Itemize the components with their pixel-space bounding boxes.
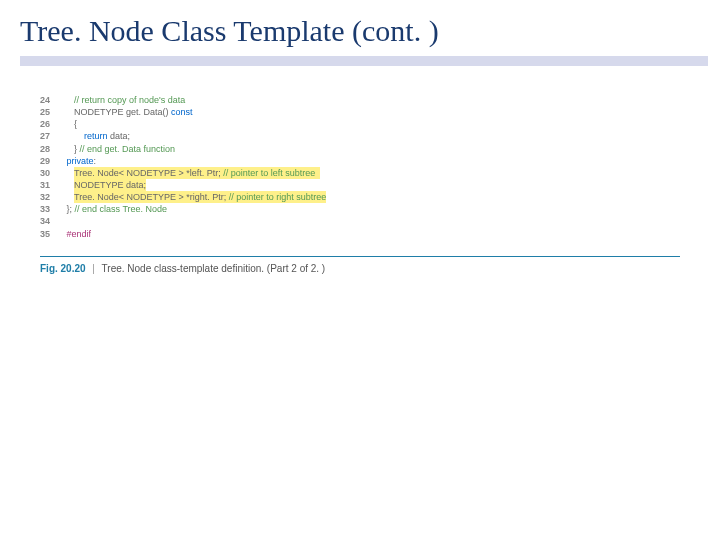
code-text: }; // end class Tree. Node — [64, 203, 680, 215]
line-number: 34 — [40, 215, 64, 227]
slide: Tree. Node Class Template (cont. ) 24 //… — [0, 0, 720, 540]
code-line: 27 return data; — [40, 130, 680, 142]
code-line: 26 { — [40, 118, 680, 130]
code-text: // return copy of node's data — [64, 94, 680, 106]
line-number: 28 — [40, 143, 64, 155]
code-text: { — [64, 118, 680, 130]
code-line: 33 }; // end class Tree. Node — [40, 203, 680, 215]
line-number: 26 — [40, 118, 64, 130]
content-area: 24 // return copy of node's data25 NODET… — [0, 66, 720, 286]
code-line: 25 NODETYPE get. Data() const — [40, 106, 680, 118]
code-text: } // end get. Data function — [64, 143, 680, 155]
code-line: 32 Tree. Node< NODETYPE > *right. Ptr; /… — [40, 191, 680, 203]
code-line: 28 } // end get. Data function — [40, 143, 680, 155]
code-text: NODETYPE get. Data() const — [64, 106, 680, 118]
line-number: 24 — [40, 94, 64, 106]
code-line: 34 — [40, 215, 680, 227]
slide-title: Tree. Node Class Template (cont. ) — [0, 0, 720, 56]
line-number: 29 — [40, 155, 64, 167]
line-number: 31 — [40, 179, 64, 191]
line-number: 32 — [40, 191, 64, 203]
figure-label: Fig. 20.20 — [40, 263, 86, 274]
figure-caption: Fig. 20.20 | Tree. Node class-template d… — [40, 261, 680, 276]
code-listing: 24 // return copy of node's data25 NODET… — [40, 94, 680, 240]
code-line: 29 private: — [40, 155, 680, 167]
code-text: Tree. Node< NODETYPE > *right. Ptr; // p… — [64, 191, 680, 203]
code-line: 35 #endif — [40, 228, 680, 240]
code-text: private: — [64, 155, 680, 167]
figure-caption-text: Tree. Node class-template definition. (P… — [102, 263, 326, 274]
line-number: 30 — [40, 167, 64, 179]
code-text: return data; — [64, 130, 680, 142]
line-number: 25 — [40, 106, 64, 118]
line-number: 33 — [40, 203, 64, 215]
figure-separator: | — [92, 263, 95, 274]
code-line: 30 Tree. Node< NODETYPE > *left. Ptr; //… — [40, 167, 680, 179]
code-text: Tree. Node< NODETYPE > *left. Ptr; // po… — [64, 167, 680, 179]
code-line: 31 NODETYPE data; — [40, 179, 680, 191]
code-text: #endif — [64, 228, 680, 240]
line-number: 27 — [40, 130, 64, 142]
line-number: 35 — [40, 228, 64, 240]
code-text: NODETYPE data; — [64, 179, 680, 191]
title-underline — [20, 56, 708, 66]
code-line: 24 // return copy of node's data — [40, 94, 680, 106]
figure-rule — [40, 256, 680, 257]
